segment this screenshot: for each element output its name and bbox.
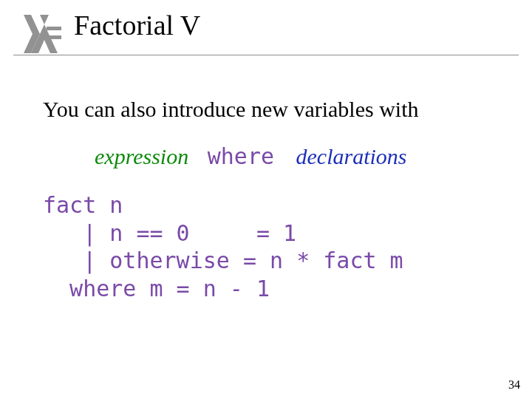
intro-text: You can also introduce new variables wit…: [43, 96, 502, 123]
code-block: fact n | n == 0 = 1 | otherwise = n * fa…: [43, 191, 502, 302]
haskell-logo-icon: [21, 13, 62, 55]
title-underline: [13, 55, 519, 55]
svg-rect-2: [47, 27, 61, 30]
syntax-declarations: declarations: [296, 144, 407, 168]
syntax-where-keyword: where: [208, 143, 274, 169]
syntax-expression: expression: [95, 144, 188, 168]
page-number: 34: [508, 378, 520, 392]
syntax-line: expression where declarations: [95, 143, 502, 169]
slide: Factorial V You can also introduce new v…: [0, 0, 532, 399]
slide-body: You can also introduce new variables wit…: [43, 96, 502, 302]
slide-title: Factorial V: [74, 9, 200, 41]
svg-rect-3: [49, 35, 61, 39]
